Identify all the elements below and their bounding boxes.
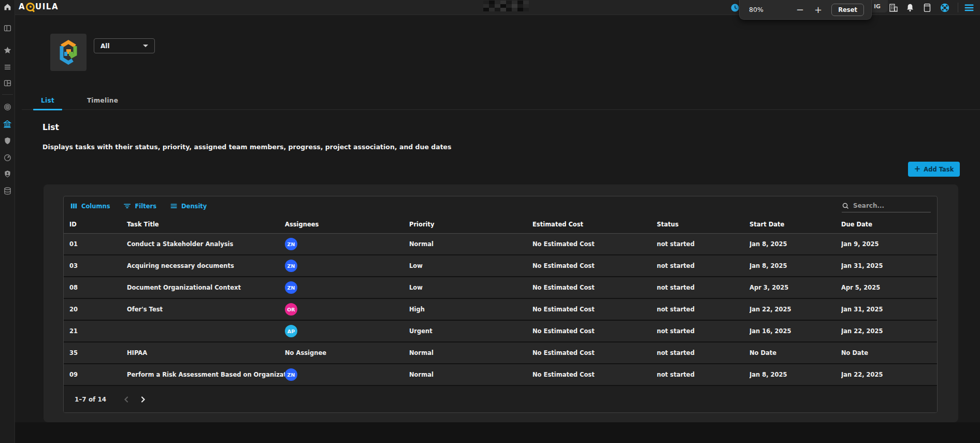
add-task-button[interactable]: + Add Task [908,162,960,177]
cell-estimated-cost: No Estimated Cost [532,240,657,248]
brand-text-suffix: UILA [35,2,59,11]
cell-start-date: Jan 8, 2025 [750,262,841,269]
redaction-cell [523,8,529,11]
database-icon[interactable] [2,185,12,196]
columns-button[interactable]: Columns [70,202,110,210]
journal-icon[interactable] [921,2,933,13]
zoom-out-button[interactable]: − [794,4,806,16]
topbar: AUILA IG 80% − + Reset [0,0,980,15]
table-row[interactable]: 20 Ofer's Test OR High No Estimated Cost… [64,299,937,321]
cell-task-title: Acquiring necessary documents [127,262,285,269]
redaction-cell [512,4,517,8]
redaction-cell [483,4,489,8]
cell-start-date: No Date [750,349,841,356]
plus-icon: + [914,165,921,173]
redaction-cell [506,1,512,4]
redaction-cell [495,8,500,11]
redaction-cell [495,1,500,4]
help-lifebuoy-icon[interactable] [939,2,950,13]
column-header[interactable]: ID [69,221,127,228]
column-header[interactable]: Start Date [750,221,841,228]
brand-logo[interactable]: AUILA [19,2,59,11]
assignee-avatar[interactable]: ZN [285,238,297,250]
columns-button-label: Columns [81,203,110,210]
cell-estimated-cost: No Estimated Cost [532,371,657,378]
table-row[interactable]: 03 Acquiring necessary documents ZN Low … [64,255,937,277]
target-icon[interactable] [2,102,12,112]
density-button[interactable]: Density [170,202,207,210]
redaction-cell [489,4,495,8]
redacted-text-mosaic [483,1,529,11]
search-input[interactable] [853,202,923,209]
pagination-range-label: 1–7 of 14 [75,396,106,403]
column-header[interactable]: Due Date [841,221,937,228]
redaction-cell [506,4,512,8]
topbar-divider [958,3,958,12]
zoom-reset-button[interactable]: Reset [831,4,864,16]
table-row[interactable]: 35 HIPAA No Assignee Normal No Estimated… [64,342,937,364]
dashboard-layout-icon[interactable] [2,78,12,88]
assignee-avatar[interactable]: AP [285,325,297,337]
sidebar-divider [2,94,13,95]
shield-icon[interactable] [2,135,12,146]
project-filter-value: All [100,42,110,50]
cell-due-date: Jan 31, 2025 [841,306,937,313]
cell-status: not started [657,306,750,313]
browser-zoom-widget: 80% − + Reset [739,0,872,20]
star-icon[interactable] [2,45,12,55]
table-row[interactable]: 21 AP Urgent No Estimated Cost not start… [64,321,937,342]
redaction-cell [517,8,523,11]
main-menu-icon[interactable] [963,2,975,13]
menu-lines-icon[interactable] [2,62,12,72]
cell-priority: High [409,306,532,313]
organization-icon[interactable] [888,2,899,13]
zoom-in-button[interactable]: + [812,4,824,16]
pagination-prev-button[interactable] [121,394,132,405]
tab-list[interactable]: List [33,91,62,110]
cell-priority: Urgent [409,327,532,335]
split-panel-icon[interactable] [2,23,12,33]
column-header[interactable]: Estimated Cost [532,221,657,228]
project-logo-tile [50,34,87,71]
table-toolbar: Columns Filters Density [64,196,937,216]
assignee-avatar[interactable]: ZN [285,368,297,381]
column-header[interactable]: Status [657,221,750,228]
column-header[interactable]: Assignees [285,221,409,228]
cell-due-date: Jan 31, 2025 [841,262,937,269]
cell-status: not started [657,262,750,269]
redaction-cell [500,4,506,8]
filters-button[interactable]: Filters [123,202,156,210]
home-icon[interactable] [2,2,12,12]
cell-task-title: Document Organizational Context [127,284,285,291]
zoom-level: 80% [749,6,763,13]
redaction-cell [506,8,512,11]
column-header[interactable]: Priority [409,221,532,228]
table-row[interactable]: 08 Document Organizational Context ZN Lo… [64,277,937,299]
column-header[interactable]: Task Title [127,221,285,228]
content-panel: Columns Filters Density IDTask TitleAssi… [44,184,958,422]
table-row[interactable]: 01 Conduct a Stakeholder Analysis ZN Nor… [64,234,937,255]
redaction-cell [500,8,506,11]
table-row[interactable]: 09 Perform a Risk Assessment Based on Or… [64,364,937,386]
density-icon [170,202,178,210]
cell-priority: Normal [409,349,532,356]
redaction-cell [523,4,529,8]
assignee-avatar[interactable]: ZN [285,281,297,294]
redaction-cell [523,1,529,4]
notifications-bell-icon[interactable] [904,2,916,13]
redaction-cell [489,8,495,11]
cell-estimated-cost: No Estimated Cost [532,262,657,269]
cell-task-title: HIPAA [127,349,285,356]
assignee-avatar[interactable]: ZN [285,260,297,272]
pagination-next-button[interactable] [137,394,149,405]
bank-icon[interactable] [2,119,12,129]
tab-timeline[interactable]: Timeline [78,91,127,110]
clock-icon [731,4,739,12]
cell-assignees: ZN [285,238,409,250]
gauge-icon[interactable] [2,152,12,163]
assignee-avatar[interactable]: OR [285,303,297,316]
cell-assignees: ZN [285,368,409,381]
cell-assignees: ZN [285,260,409,272]
project-filter-select[interactable]: All [94,38,155,53]
id-badge-shield-icon[interactable] [2,168,12,179]
